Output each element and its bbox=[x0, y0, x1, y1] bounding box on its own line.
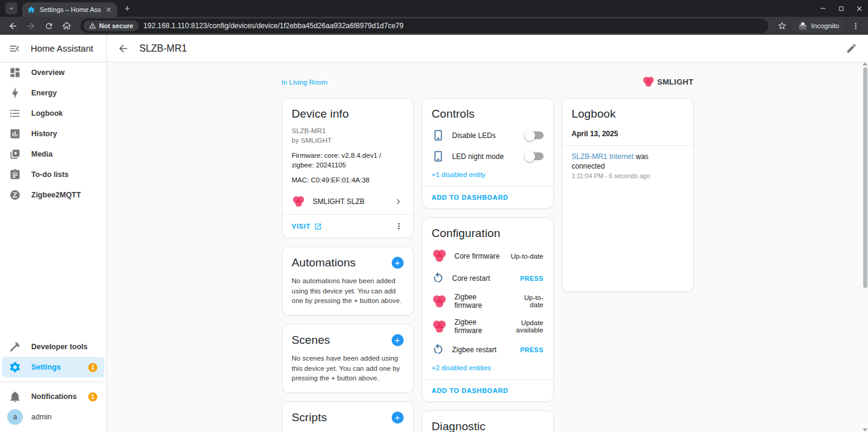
press-button[interactable]: PRESS bbox=[520, 275, 544, 282]
settings-badge: 1 bbox=[88, 363, 97, 372]
sidebar-item-profile[interactable]: a admin bbox=[0, 407, 106, 427]
entity-label: Core firmware bbox=[455, 252, 500, 260]
scrollbar-down-arrow[interactable] bbox=[863, 428, 867, 431]
bookmark-star-button[interactable] bbox=[774, 18, 790, 34]
content-scrollbar[interactable] bbox=[863, 62, 868, 432]
config-row-core-restart[interactable]: Core restart PRESS bbox=[422, 268, 553, 289]
sidebar-item-label: Overview bbox=[31, 68, 65, 77]
home-button[interactable] bbox=[59, 18, 74, 34]
gear-icon bbox=[9, 361, 21, 373]
sidebar-item-notifications[interactable]: Notifications 1 bbox=[0, 386, 106, 407]
area-link[interactable]: In Living Room bbox=[282, 79, 328, 86]
device-menu-button[interactable] bbox=[394, 221, 404, 231]
scripts-empty-text: No scripts have been added using this de… bbox=[282, 428, 413, 432]
sidebar-item-zigbee2mqtt[interactable]: Zigbee2MQTT bbox=[0, 185, 106, 205]
sidebar-item-todo-lists[interactable]: To-do lists bbox=[0, 164, 106, 185]
sidebar-item-logbook[interactable]: Logbook bbox=[0, 103, 106, 124]
device-info-card: Device info SLZB-MR1 by SMLIGHT Firmware… bbox=[282, 98, 414, 238]
sidebar-item-developer-tools[interactable]: Developer tools bbox=[0, 337, 106, 357]
play-box-icon bbox=[9, 148, 21, 160]
tablet-icon bbox=[432, 129, 445, 142]
scrollbar-up-arrow[interactable] bbox=[863, 62, 867, 65]
control-row-led-night-mode[interactable]: LED night mode bbox=[422, 146, 553, 167]
controls-card: Controls Disable LEDs LED night mode bbox=[422, 98, 554, 209]
url-text[interactable]: 192.168.1.110:8123/config/devices/device… bbox=[144, 22, 404, 30]
scenes-empty-text: No scenes have been added using this dev… bbox=[282, 351, 413, 392]
controls-disabled-entities-link[interactable]: +1 disabled entity bbox=[422, 167, 553, 186]
manufacturer-brand: SMLIGHT bbox=[642, 76, 694, 88]
security-chip[interactable]: Not secure bbox=[83, 20, 139, 31]
chevron-right-icon bbox=[393, 196, 404, 207]
brand-name: SMLIGHT bbox=[657, 77, 694, 86]
configuration-disabled-entities-link[interactable]: +2 disabled entities bbox=[422, 360, 553, 379]
control-row-disable-leds[interactable]: Disable LEDs bbox=[422, 125, 553, 146]
config-row-zigbee-restart[interactable]: Zigbee restart PRESS bbox=[422, 339, 553, 360]
minimize-button[interactable] bbox=[814, 0, 832, 17]
add-scene-button[interactable]: + bbox=[392, 334, 404, 346]
tablet-icon bbox=[432, 150, 445, 163]
back-button[interactable] bbox=[5, 18, 20, 34]
forward-button[interactable] bbox=[23, 18, 38, 34]
sidebar-item-overview[interactable]: Overview bbox=[0, 62, 106, 83]
sidebar-nav: Overview Energy Logbook History Media To… bbox=[0, 62, 106, 337]
card-title: Device info bbox=[292, 107, 349, 121]
tab-search-button[interactable] bbox=[5, 2, 17, 14]
column-device: Device info SLZB-MR1 by SMLIGHT Firmware… bbox=[282, 98, 414, 432]
notifications-badge: 1 bbox=[88, 392, 97, 401]
config-row-core-firmware[interactable]: Core firmware Up-to-date bbox=[422, 244, 553, 268]
visit-button[interactable]: VISIT bbox=[292, 223, 323, 230]
smlight-logo-icon bbox=[642, 76, 655, 88]
main-panel: SLZB-MR1 In Living Room SMLIGHT Device i… bbox=[107, 35, 868, 432]
sidebar-item-settings[interactable]: Settings 1 bbox=[2, 357, 105, 377]
incognito-badge: Incognito bbox=[792, 19, 845, 32]
sidebar-item-label: Energy bbox=[31, 89, 56, 97]
config-row-zigbee-firmware[interactable]: Zigbee firmware Up-to-date bbox=[422, 289, 553, 314]
sidebar-item-history[interactable]: History bbox=[0, 124, 106, 144]
browser-menu-button[interactable] bbox=[848, 18, 863, 34]
home-assistant-favicon bbox=[27, 5, 35, 14]
card-title: Scenes bbox=[292, 334, 330, 347]
device-name: SLZB-MR1 bbox=[292, 126, 404, 136]
clipboard-list-icon bbox=[9, 169, 21, 181]
add-script-button[interactable]: + bbox=[392, 412, 404, 424]
address-bar[interactable]: Not secure 192.168.1.110:8123/config/dev… bbox=[80, 19, 768, 33]
sidebar-item-media[interactable]: Media bbox=[0, 144, 106, 164]
scrollbar-thumb[interactable] bbox=[863, 67, 867, 288]
back-arrow-icon[interactable] bbox=[117, 43, 129, 55]
configuration-card: Configuration Core firmware Up-to-date C… bbox=[422, 217, 554, 402]
page-title: SLZB-MR1 bbox=[139, 43, 187, 54]
visit-label: VISIT bbox=[292, 223, 311, 230]
menu-toggle-icon[interactable] bbox=[8, 43, 20, 55]
scenes-card: Scenes + No scenes have been added using… bbox=[282, 324, 414, 393]
disable-leds-toggle[interactable] bbox=[526, 131, 544, 139]
config-row-zigbee-firmware-2[interactable]: Zigbee firmware Update available bbox=[422, 314, 553, 339]
browser-tab[interactable]: Settings – Home Assistant bbox=[22, 2, 117, 17]
lightning-bolt-icon bbox=[9, 87, 21, 99]
view-dashboard-icon bbox=[9, 67, 21, 79]
integration-row[interactable]: SMLIGHT SLZB bbox=[282, 190, 413, 214]
smlight-logo-icon bbox=[432, 294, 447, 309]
device-mac: MAC: C0:49:EF:01:4A:38 bbox=[292, 175, 404, 185]
card-title: Logbook bbox=[572, 107, 616, 121]
logbook-entity-link[interactable]: SLZB-MR1 Internet bbox=[572, 152, 634, 161]
list-bulleted-icon bbox=[9, 107, 21, 119]
entity-label: Zigbee firmware bbox=[455, 318, 496, 335]
sidebar-item-energy[interactable]: Energy bbox=[0, 83, 106, 103]
warning-icon bbox=[89, 22, 96, 29]
controls-add-to-dashboard-button[interactable]: ADD TO DASHBOARD bbox=[422, 186, 553, 208]
card-title: Automations bbox=[292, 256, 356, 269]
reload-button[interactable] bbox=[41, 18, 56, 34]
new-tab-button[interactable] bbox=[123, 4, 132, 13]
configuration-add-to-dashboard-button[interactable]: ADD TO DASHBOARD bbox=[422, 379, 553, 401]
column-entities: Controls Disable LEDs LED night mode bbox=[422, 98, 554, 432]
add-automation-button[interactable]: + bbox=[392, 257, 404, 269]
pencil-edit-icon[interactable] bbox=[846, 43, 857, 54]
press-button[interactable]: PRESS bbox=[520, 346, 544, 353]
hammer-icon bbox=[9, 341, 21, 353]
browser-tabstrip: Settings – Home Assistant bbox=[0, 0, 868, 17]
led-night-mode-toggle[interactable] bbox=[526, 152, 544, 160]
maximize-button[interactable] bbox=[832, 0, 850, 17]
tab-close-icon[interactable] bbox=[105, 6, 112, 13]
sidebar-item-label: Notifications bbox=[31, 392, 77, 401]
close-window-button[interactable] bbox=[850, 0, 868, 17]
